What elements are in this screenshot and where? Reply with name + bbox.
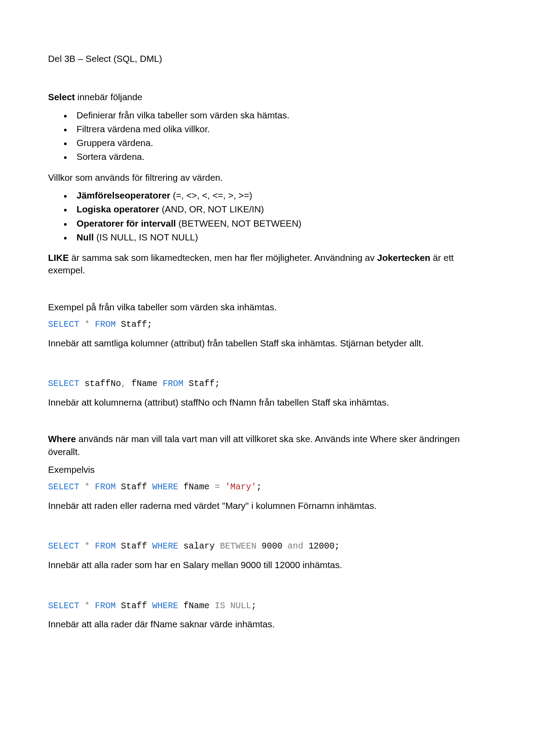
kw-where: WHERE <box>152 601 178 611</box>
kw-from: FROM <box>95 601 116 611</box>
list-item: Sortera värdena. <box>48 150 486 163</box>
list-item: Gruppera värdena. <box>48 137 486 149</box>
list-operators: Jämförelseoperatorer (=, <>, <, <=, >, >… <box>48 189 486 244</box>
code-text: ; <box>335 541 340 551</box>
code-block-3: SELECT * FROM Staff WHERE fName = 'Mary'… <box>48 481 486 493</box>
operator-rest: (BETWEEN, NOT BETWEEN) <box>176 218 301 228</box>
select-intro-rest: innebär följande <box>75 92 142 102</box>
code-text: ; <box>251 601 256 611</box>
list-item: Logiska operatorer (AND, OR, NOT LIKE/IN… <box>48 203 486 215</box>
spacer <box>48 414 486 433</box>
list-item: Definierar från vilka tabeller som värde… <box>48 109 486 122</box>
like-text: är samma sak som likamedtecken, men har … <box>69 252 377 263</box>
code-text: 12000 <box>303 541 334 551</box>
kw-eq: = <box>215 482 220 492</box>
kw-isnull: IS NULL <box>215 601 251 611</box>
code5-description: Innebär att alla rader där fName saknar … <box>48 618 486 630</box>
where-text: används när man vill tala vart man vill … <box>48 434 460 456</box>
kw-select: SELECT <box>48 379 79 389</box>
operator-label: Null <box>77 232 94 242</box>
code1-description: Innebär att samtliga kolumner (attribut)… <box>48 337 486 350</box>
spacer <box>48 282 486 301</box>
code-text: Staff <box>116 601 152 611</box>
spacer <box>48 577 486 596</box>
code-text <box>220 482 225 492</box>
code-block-2: SELECT staffNo, fName FROM Staff; <box>48 378 486 390</box>
spacer <box>48 355 486 374</box>
kw-between: BETWEEN <box>220 541 256 551</box>
code-text: ; <box>256 482 262 492</box>
page-title: Del 3B – Select (SQL, DML) <box>48 53 486 65</box>
list-select-capabilities: Definierar från vilka tabeller som värde… <box>48 109 486 163</box>
code-text: 9000 <box>256 541 287 551</box>
kw-select: SELECT <box>48 541 79 551</box>
exempelvis-label: Exempelvis <box>48 463 486 476</box>
kw-from: FROM <box>95 482 116 492</box>
code-block-4: SELECT * FROM Staff WHERE salary BETWEEN… <box>48 541 486 553</box>
kw-from: FROM <box>95 320 116 329</box>
spacer <box>48 517 486 536</box>
code-block-1: SELECT * FROM Staff; <box>48 319 486 331</box>
kw-star: * <box>79 320 95 329</box>
kw-select: SELECT <box>48 320 79 329</box>
code-text: Staff <box>116 482 152 492</box>
kw-comma: , <box>121 379 126 389</box>
paragraph-where: Where används när man vill tala vart man… <box>48 433 486 458</box>
code-text: fName <box>178 482 215 492</box>
kw-where: WHERE <box>152 482 178 492</box>
code-text: Staff <box>116 541 152 551</box>
paragraph-villkor: Villkor som används för filtrering av vä… <box>48 171 486 184</box>
list-item: Null (IS NULL, IS NOT NULL) <box>48 231 486 244</box>
operator-label: Operatorer för intervall <box>77 218 176 228</box>
operator-label: Jämförelseoperatorer <box>77 190 170 200</box>
code4-description: Innebär att alla rader som har en Salary… <box>48 559 486 571</box>
kw-select: SELECT <box>48 601 79 611</box>
kw-from: FROM <box>95 541 116 551</box>
paragraph-example-intro: Exempel på från vilka tabeller som värde… <box>48 301 486 313</box>
kw-from: FROM <box>162 379 183 389</box>
list-item: Filtrera värdena med olika villkor. <box>48 123 486 135</box>
code2-description: Innebär att kolumnerna (attribut) staffN… <box>48 396 486 409</box>
code3-description: Innebär att raden eller raderna med värd… <box>48 500 486 512</box>
kw-star: * <box>79 601 95 611</box>
code-text: Staff; <box>183 379 220 389</box>
operator-rest: (=, <>, <, <=, >, >=) <box>170 190 252 200</box>
document-page: Del 3B – Select (SQL, DML) Select innebä… <box>0 0 534 756</box>
like-bold: LIKE <box>48 252 69 263</box>
select-intro: Select innebär följande <box>48 91 486 103</box>
jokertecken-bold: Jokertecken <box>377 252 430 263</box>
operator-label: Logiska operatorer <box>77 204 159 214</box>
select-intro-bold: Select <box>48 92 75 102</box>
code-text: fName <box>178 601 215 611</box>
code-text: Staff; <box>116 320 152 329</box>
string-literal: 'Mary' <box>225 482 256 492</box>
kw-star: * <box>79 482 95 492</box>
kw-and: and <box>287 541 303 551</box>
code-text: fName <box>126 379 163 389</box>
code-text: staffNo <box>79 379 121 389</box>
paragraph-like: LIKE är samma sak som likamedtecken, men… <box>48 252 486 277</box>
list-item: Operatorer för intervall (BETWEEN, NOT B… <box>48 217 486 230</box>
where-bold: Where <box>48 434 76 444</box>
code-block-5: SELECT * FROM Staff WHERE fName IS NULL; <box>48 600 486 612</box>
operator-rest: (AND, OR, NOT LIKE/IN) <box>159 204 264 214</box>
code-text: salary <box>178 541 220 551</box>
operator-rest: (IS NULL, IS NOT NULL) <box>94 232 198 242</box>
kw-select: SELECT <box>48 482 79 492</box>
kw-star: * <box>79 541 95 551</box>
kw-where: WHERE <box>152 541 178 551</box>
list-item: Jämförelseoperatorer (=, <>, <, <=, >, >… <box>48 189 486 202</box>
